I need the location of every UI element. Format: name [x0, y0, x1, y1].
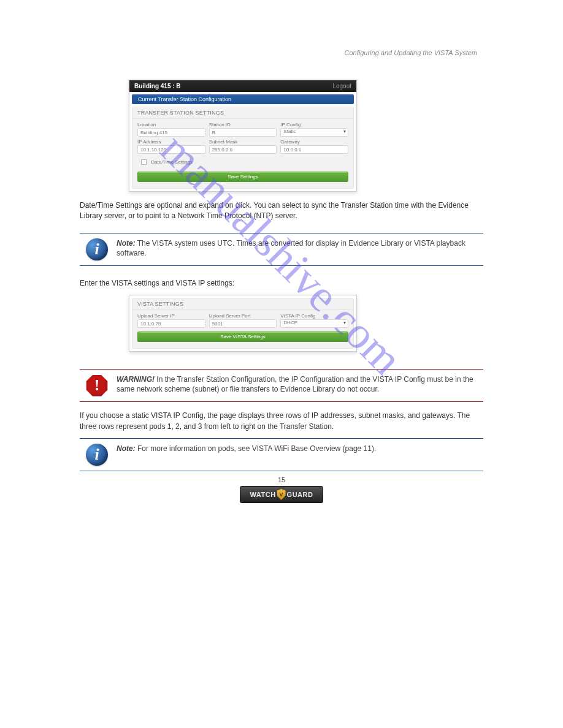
- warning-icon: !: [86, 374, 108, 396]
- location-label: Location: [137, 122, 205, 127]
- app-titlebar: Building 415 : B Logout: [129, 80, 356, 92]
- ip-address-input[interactable]: 10.1.10.120: [137, 145, 205, 154]
- warning-callout-subnet: ! WARNING! In the Transfer Station Confi…: [80, 369, 483, 402]
- upload-server-port-label: Upload Server Port: [209, 313, 277, 319]
- vista-settings-panel: VISTA SETTINGS Upload Server IP 10.1.0.7…: [132, 298, 354, 349]
- station-id-input[interactable]: B: [209, 128, 277, 137]
- ip-config-select[interactable]: Static: [280, 128, 348, 137]
- transfer-station-settings-panel: TRANSFER STATION SETTINGS Location Build…: [132, 107, 354, 189]
- upload-server-port-input[interactable]: 5001: [209, 319, 277, 328]
- logo-text-right: GUARD: [287, 491, 313, 498]
- datetime-checkbox[interactable]: [141, 159, 147, 165]
- subnet-mask-input[interactable]: 255.0.0.0: [209, 145, 277, 154]
- section-header: Configuring and Updating the VISTA Syste…: [345, 49, 477, 56]
- shield-icon: V: [277, 489, 286, 500]
- warning-body: In the Transfer Station Configuration, t…: [117, 375, 473, 393]
- note-text: Note: For more information on pods, see …: [117, 444, 376, 453]
- panel-title: VISTA SETTINGS: [132, 298, 353, 310]
- warning-label: WARNING!: [117, 375, 155, 384]
- subnet-mask-label: Subnet Mask: [209, 139, 277, 145]
- info-icon: i: [86, 238, 108, 260]
- save-settings-button[interactable]: Save Settings: [137, 172, 348, 182]
- upload-server-ip-label: Upload Server IP: [137, 313, 205, 319]
- logout-link[interactable]: Logout: [332, 83, 351, 89]
- datetime-expand[interactable]: Date/Time Settings: [137, 156, 348, 168]
- panel-title: TRANSFER STATION SETTINGS: [132, 107, 353, 119]
- note-body: For more information on pods, see VISTA …: [136, 444, 377, 453]
- note-label: Note:: [117, 239, 136, 248]
- note-text: Note: The VISTA system uses UTC. Times a…: [117, 238, 483, 258]
- logo-text-left: WATCH: [250, 491, 276, 498]
- vista-settings-screenshot: VISTA SETTINGS Upload Server IP 10.1.0.7…: [129, 295, 357, 352]
- datetime-label: Date/Time Settings: [151, 159, 193, 165]
- vista-settings-intro: Enter the VISTA settings and VISTA IP se…: [80, 278, 483, 289]
- upload-server-ip-input[interactable]: 10.1.0.78: [137, 319, 205, 328]
- app-title-station: B: [176, 83, 180, 89]
- ip-address-label: IP Address: [137, 139, 205, 145]
- static-ip-paragraph: If you choose a static VISTA IP Config, …: [80, 411, 483, 432]
- info-icon: i: [86, 444, 108, 466]
- app-title-prefix: Building 415 :: [134, 83, 176, 89]
- save-vista-settings-button[interactable]: Save VISTA Settings: [137, 332, 348, 342]
- note-body: The VISTA system uses UTC. Times are con…: [117, 239, 465, 257]
- settings-row-1: Location Building 415 Station ID B IP Co…: [137, 122, 348, 137]
- gateway-label: Gateway: [280, 139, 348, 145]
- station-id-label: Station ID: [209, 122, 277, 127]
- vista-ip-config-select[interactable]: DHCP: [280, 319, 348, 328]
- vista-settings-row: Upload Server IP 10.1.0.78 Upload Server…: [137, 313, 348, 328]
- settings-row-2: IP Address 10.1.10.120 Subnet Mask 255.0…: [137, 139, 348, 154]
- warning-text: WARNING! In the Transfer Station Configu…: [117, 374, 483, 394]
- datetime-paragraph: Date/Time Settings are optional and expa…: [80, 200, 483, 222]
- gateway-input[interactable]: 10.0.0.1: [280, 145, 348, 154]
- watchguard-logo: WATCH V GUARD: [240, 486, 323, 503]
- app-title: Building 415 : B: [134, 83, 181, 89]
- note-callout-pods: i Note: For more information on pods, se…: [80, 438, 483, 471]
- location-input[interactable]: Building 415: [137, 128, 205, 137]
- config-banner: Current Transfer Station Configuration: [132, 94, 354, 104]
- page-number: 15: [278, 476, 285, 483]
- note-label: Note:: [117, 444, 136, 453]
- transfer-station-config-screenshot: Building 415 : B Logout Current Transfer…: [129, 80, 357, 192]
- ip-config-label: IP Config: [280, 122, 348, 127]
- note-callout-utc: i Note: The VISTA system uses UTC. Times…: [80, 233, 483, 266]
- vista-ip-config-label: VISTA IP Config: [280, 313, 348, 319]
